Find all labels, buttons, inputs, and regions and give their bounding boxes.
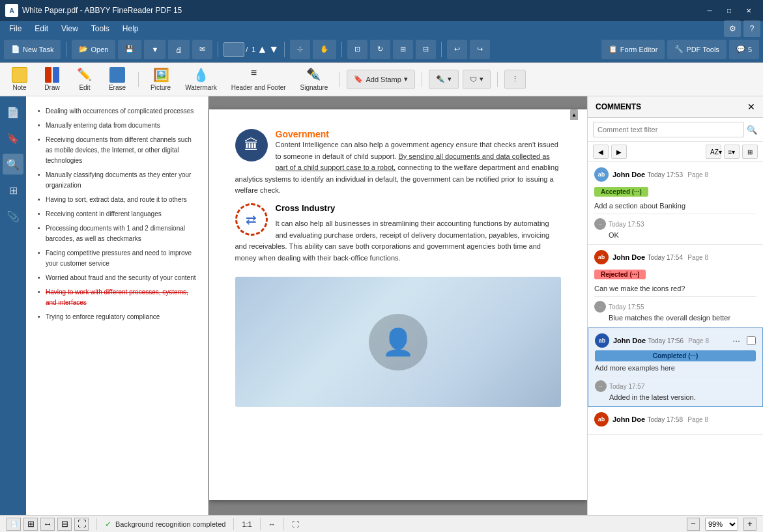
picture-icon: 🖼️: [153, 67, 169, 83]
reply-time-1: Today 17:53: [609, 221, 644, 228]
comments-toggle-button[interactable]: 💬 5: [729, 40, 759, 59]
zoom-select[interactable]: 99% 50% 75% 100% 125% 150%: [705, 518, 738, 531]
redo-button[interactable]: ↪: [470, 40, 490, 59]
page-next-button[interactable]: ▼: [268, 44, 279, 55]
signature-tool[interactable]: ✒️ Signature: [295, 64, 334, 94]
note-tool[interactable]: Note: [5, 64, 34, 94]
watermark-tool[interactable]: 💧 Watermark: [180, 64, 222, 94]
list-item: Manually entering data from documents: [36, 119, 197, 133]
form-editor-button[interactable]: 📋 Form Editor: [601, 40, 665, 59]
comment-time-2: Today 17:54: [647, 254, 683, 261]
edit-tool[interactable]: ✏️ Edit: [70, 64, 99, 94]
menu-help[interactable]: Help: [116, 21, 145, 36]
page-total: 1: [252, 46, 255, 53]
comment-reply-1: ·· Today 17:53 OK: [594, 214, 756, 239]
layout-button[interactable]: ⊞: [742, 145, 758, 159]
drag-tool-button[interactable]: ✋: [313, 40, 336, 59]
prev-comment-button[interactable]: ◀: [593, 145, 609, 159]
shield-dropdown-icon: ▾: [480, 75, 483, 83]
header-footer-tool[interactable]: ≡ Header and Footer: [226, 64, 291, 94]
close-comments-button[interactable]: ✕: [747, 102, 755, 112]
reply-avatar-3: ··: [595, 380, 607, 392]
menu-file[interactable]: File: [3, 21, 28, 36]
comment-badge-2[interactable]: Rejected (···): [594, 270, 646, 279]
search-button[interactable]: 🔍: [747, 125, 758, 135]
comment-badge-3[interactable]: Completed (···): [595, 350, 756, 361]
maximize-button[interactable]: □: [720, 4, 738, 17]
comment-avatar-1: ab: [594, 167, 609, 182]
comment-avatar-4: ab: [594, 412, 609, 427]
save-options-button[interactable]: ▼: [144, 40, 166, 59]
comment-more-button-3[interactable]: ···: [730, 335, 743, 346]
crop-button[interactable]: ⊡: [347, 40, 367, 59]
signature-button[interactable]: ✒️ ▾: [429, 70, 459, 89]
search-icon[interactable]: 🔍: [3, 154, 23, 175]
status-view-mode[interactable]: ⊟: [57, 518, 72, 531]
pdf-icon: 🔧: [674, 45, 684, 53]
comment-item-1: ab John Doe Today 17:53 Page 8 Accepted …: [588, 162, 763, 245]
bookmark-icon[interactable]: 🔖: [3, 128, 23, 148]
undo-button[interactable]: ↩: [447, 40, 467, 59]
add-stamp-button[interactable]: 🔖 Add Stamp ▾: [347, 70, 414, 89]
comment-header-1: ab John Doe Today 17:53 Page 8: [594, 167, 756, 182]
close-button[interactable]: ✕: [740, 4, 758, 17]
window-controls: ─ □ ✕: [700, 4, 758, 17]
print-button[interactable]: 🖨: [168, 40, 190, 59]
document-view[interactable]: 🏛 Government Content Intelligence can al…: [209, 96, 587, 515]
picture-tool[interactable]: 🖼️ Picture: [145, 64, 176, 94]
comment-author-3: John Doe: [613, 337, 646, 344]
list-item: Manually classifying documents as they e…: [36, 168, 197, 193]
tool-sep1: [138, 72, 139, 87]
comment-header-2: ab John Doe Today 17:54 Page 8: [594, 250, 756, 264]
draw-tool[interactable]: Draw: [38, 64, 66, 94]
email-button[interactable]: ✉: [192, 40, 212, 59]
comment-filter-input[interactable]: [593, 122, 744, 137]
scroll-up-button[interactable]: ▲: [570, 109, 578, 120]
menu-edit[interactable]: Edit: [28, 21, 55, 36]
comment-item-3: ab John Doe Today 17:56 Page 8 ··· Compl…: [588, 328, 763, 407]
status-page-icon[interactable]: 📄: [7, 518, 21, 531]
layers-icon[interactable]: ⊞: [3, 180, 23, 201]
status-screen-mode[interactable]: ⛶: [74, 518, 89, 531]
menu-view[interactable]: View: [55, 21, 85, 36]
status-sep: [96, 518, 97, 530]
comments-panel: COMMENTS ✕ 🔍 ◀ ▶ AZ▾ ≡▾ ⊞: [587, 96, 763, 515]
status-page-fit[interactable]: ↔: [40, 518, 55, 531]
fullscreen-icon: ⛶: [292, 520, 299, 528]
select-tool-button[interactable]: ⊹: [290, 40, 310, 59]
stamp-dropdown-icon: ▾: [404, 75, 408, 83]
pdf-tools-button[interactable]: 🔧 PDF Tools: [667, 40, 727, 59]
help-icon[interactable]: ?: [743, 20, 760, 37]
next-comment-button[interactable]: ▶: [611, 145, 627, 159]
tool-sep4: [497, 72, 498, 87]
open-button[interactable]: 📂 Open: [72, 40, 115, 59]
menu-tools[interactable]: Tools: [85, 21, 116, 36]
comment-text-1: Add a section about Banking: [594, 202, 756, 210]
comment-time-4: Today 17:58: [647, 416, 683, 423]
filter-button[interactable]: ≡▾: [724, 145, 740, 159]
new-task-button[interactable]: 📄 New Task: [4, 40, 61, 59]
sort-az-button[interactable]: AZ▾: [706, 145, 721, 159]
toolbar-sep3: [284, 42, 285, 57]
zoom-out-button[interactable]: −: [687, 518, 700, 531]
page-number-input[interactable]: 1: [223, 42, 244, 57]
shield-button[interactable]: 🛡 ▾: [463, 70, 491, 89]
resize-button[interactable]: ⊟: [416, 40, 436, 59]
settings-icon[interactable]: ⚙: [724, 20, 741, 37]
transform-button[interactable]: ⊞: [393, 40, 413, 59]
note-icon: [12, 67, 27, 83]
attachment-icon[interactable]: 📎: [3, 206, 23, 227]
status-zoom-fit[interactable]: ⊞: [23, 518, 38, 531]
erase-tool[interactable]: Erase: [103, 64, 132, 94]
zoom-in-button[interactable]: +: [743, 518, 756, 531]
comment-page-3: Page 8: [688, 337, 709, 344]
rotate-button[interactable]: ↻: [370, 40, 390, 59]
comment-badge-1[interactable]: Accepted (···): [594, 187, 648, 197]
page-prev-button[interactable]: ▲: [257, 44, 267, 55]
minimize-button[interactable]: ─: [700, 4, 719, 17]
comment-checkbox-3[interactable]: [747, 336, 756, 345]
save-button[interactable]: 💾: [118, 40, 141, 59]
more-options-button[interactable]: ⋮: [504, 70, 526, 89]
thumbnail-panel-icon[interactable]: 📄: [3, 102, 23, 122]
document-page: 🏛 Government Content Intelligence can al…: [209, 109, 587, 500]
